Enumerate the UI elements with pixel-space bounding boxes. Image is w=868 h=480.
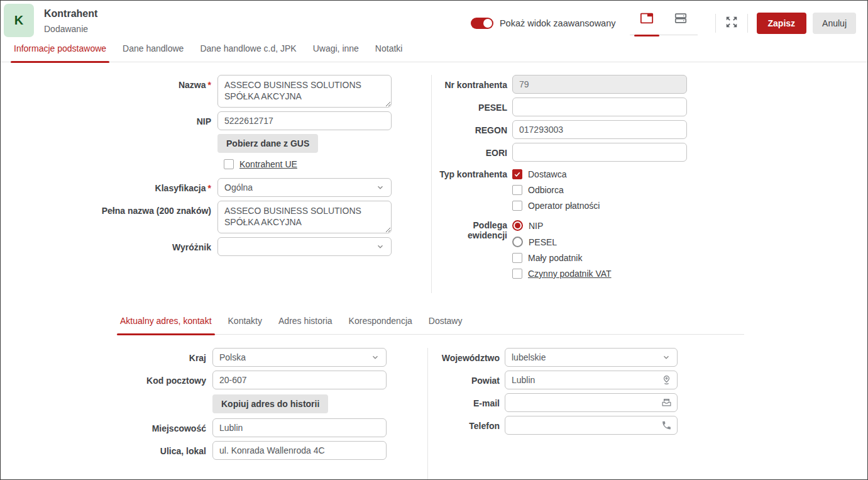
- tab-korespondencja[interactable]: Korespondencja: [349, 316, 412, 326]
- tab-dane-handlowe[interactable]: Dane handlowe: [123, 43, 184, 53]
- telefon-label: Telefon: [428, 416, 500, 431]
- typ-kontrahenta-label: Typ kontrahenta: [432, 169, 507, 179]
- header: K Kontrahent Dodawanie Pokaż widok zaawa…: [1, 1, 867, 42]
- kontrahent-ue-checkbox[interactable]: Kontrahent UE: [224, 159, 392, 169]
- klasyfikacja-label: Klasyfikacja*: [1, 178, 211, 193]
- email-field[interactable]: [505, 393, 678, 412]
- tab-informacje-podstawowe[interactable]: Informacje podstawowe: [14, 43, 106, 53]
- advanced-view-toggle[interactable]: [471, 18, 493, 29]
- podlega-ewidencji-label: Podlega ewidencji: [432, 220, 507, 240]
- kopiuj-adres-do-historii-button[interactable]: Kopiuj adres do historii: [212, 394, 328, 413]
- maly-podatnik-checkbox[interactable]: Mały podatnik: [512, 253, 687, 263]
- checkbox-icon: [512, 253, 522, 263]
- location-pin-icon[interactable]: [661, 375, 672, 386]
- kontrahent-window: K Kontrahent Dodawanie Pokaż widok zaawa…: [0, 0, 868, 480]
- nazwa-label: Nazwa*: [1, 75, 211, 90]
- address-left: Kraj Polska Kod pocztowy: [1, 348, 428, 480]
- address-tab-bar: Aktualny adres, kontakt Kontakty Adres h…: [120, 316, 744, 335]
- powiat-field[interactable]: [505, 371, 678, 389]
- separator: [747, 14, 748, 33]
- kontrahent-ue-label: Kontrahent UE: [239, 159, 297, 169]
- nip-field[interactable]: [217, 111, 392, 130]
- tab-uwagi-inne[interactable]: Uwagi, inne: [313, 43, 359, 53]
- address-right: Województwo lubelskie Powiat: [428, 348, 867, 480]
- wyroznik-select[interactable]: [217, 237, 392, 256]
- pesel-radio[interactable]: PESEL: [512, 237, 687, 247]
- regon-label: REGON: [432, 120, 507, 135]
- wyroznik-label: Wyróżnik: [1, 237, 211, 252]
- email-label: E-mail: [428, 393, 500, 408]
- expand-icon: [725, 15, 739, 31]
- tab-notatki[interactable]: Notatki: [375, 43, 403, 53]
- page-subtitle: Dodawanie: [44, 24, 97, 34]
- basic-info-section: Nazwa* ASSECO BUSINESS SOLUTIONS SPÓŁKA …: [1, 62, 867, 293]
- checkbox-icon: [512, 185, 522, 195]
- folder-tab-icon: [640, 16, 654, 27]
- avatar: K: [4, 4, 34, 37]
- telefon-field[interactable]: [505, 416, 678, 435]
- separator: [715, 14, 716, 33]
- tab-kontakty[interactable]: Kontakty: [228, 316, 262, 326]
- nip-label: NIP: [1, 111, 211, 126]
- operator-platnosci-checkbox[interactable]: Operator płatności: [512, 201, 687, 211]
- eori-field[interactable]: [512, 143, 687, 162]
- inbox-icon[interactable]: [661, 398, 672, 408]
- kraj-select[interactable]: Polska: [212, 348, 387, 367]
- tab-list-view[interactable]: [664, 11, 698, 35]
- required-mark: *: [208, 183, 211, 193]
- radio-selected-icon: [512, 220, 523, 231]
- page-title: Kontrahent: [44, 8, 97, 20]
- kod-pocztowy-label: Kod pocztowy: [1, 371, 206, 386]
- pesel-label: PESEL: [432, 98, 507, 113]
- header-actions: Pokaż widok zaawansowany: [471, 4, 856, 35]
- required-mark: *: [208, 80, 211, 90]
- pelna-nazwa-field[interactable]: ASSECO BUSINESS SOLUTIONS SPÓŁKA AKCYJNA: [217, 201, 392, 233]
- chevron-down-icon: [371, 353, 380, 362]
- pobierz-dane-z-gus-button[interactable]: Pobierz dane z GUS: [217, 134, 318, 153]
- checkbox-icon: [512, 201, 522, 211]
- chevron-down-icon: [376, 183, 385, 192]
- regon-field[interactable]: [512, 120, 687, 139]
- pelna-nazwa-label: Pełna nazwa (200 znaków): [1, 201, 211, 216]
- address-section: Kraj Polska Kod pocztowy: [1, 335, 867, 480]
- toggle-knob: [483, 19, 492, 28]
- tab-dostawy[interactable]: Dostawy: [429, 316, 463, 326]
- cancel-button[interactable]: Anuluj: [813, 13, 856, 34]
- advanced-view-toggle-label: Pokaż widok zaawansowany: [500, 18, 616, 28]
- tab-aktualny-adres-kontakt[interactable]: Aktualny adres, kontakt: [120, 316, 212, 326]
- chevron-down-icon: [662, 353, 671, 362]
- odbiorca-checkbox[interactable]: Odbiorca: [512, 185, 687, 195]
- kraj-label: Kraj: [1, 348, 206, 363]
- tab-form-view[interactable]: [630, 11, 664, 35]
- miejscowosc-label: Miejscowość: [1, 418, 206, 433]
- checkbox-icon: [224, 159, 234, 169]
- ulica-lokal-field[interactable]: [212, 441, 387, 460]
- nip-radio[interactable]: NIP: [512, 220, 687, 231]
- tab-dane-handlowe-cd-jpk[interactable]: Dane handlowe c.d, JPK: [200, 43, 296, 53]
- dostawca-checkbox[interactable]: Dostawca: [512, 169, 687, 179]
- nr-kontrahenta-field: [512, 75, 687, 94]
- miejscowosc-field[interactable]: [212, 418, 387, 437]
- pesel-field[interactable]: [512, 98, 687, 116]
- basic-info-right: Nr kontrahenta PESEL REGON EORI: [432, 75, 867, 293]
- tab-adres-historia[interactable]: Adres historia: [278, 316, 332, 326]
- drawer-icon: [674, 16, 688, 27]
- nr-kontrahenta-label: Nr kontrahenta: [432, 75, 507, 90]
- ulica-lokal-label: Ulica, lokal: [1, 441, 206, 456]
- wojewodztwo-select[interactable]: lubelskie: [505, 348, 678, 367]
- fullscreen-button[interactable]: [725, 15, 739, 31]
- klasyfikacja-select[interactable]: Ogólna: [217, 178, 392, 197]
- view-icon-tabs: [630, 11, 698, 35]
- header-titles: Kontrahent Dodawanie: [44, 4, 97, 34]
- basic-info-left: Nazwa* ASSECO BUSINESS SOLUTIONS SPÓŁKA …: [1, 75, 432, 293]
- czynny-podatnik-vat-checkbox[interactable]: Czynny podatnik VAT: [512, 269, 687, 279]
- nazwa-field[interactable]: ASSECO BUSINESS SOLUTIONS SPÓŁKA AKCYJNA: [217, 75, 392, 108]
- chevron-down-icon: [376, 242, 385, 251]
- eori-label: EORI: [432, 143, 507, 158]
- wojewodztwo-label: Województwo: [428, 348, 500, 363]
- phone-icon[interactable]: [661, 420, 672, 431]
- kod-pocztowy-field[interactable]: [212, 371, 387, 389]
- powiat-label: Powiat: [428, 371, 500, 386]
- save-button[interactable]: Zapisz: [757, 13, 807, 34]
- radio-icon: [512, 237, 523, 247]
